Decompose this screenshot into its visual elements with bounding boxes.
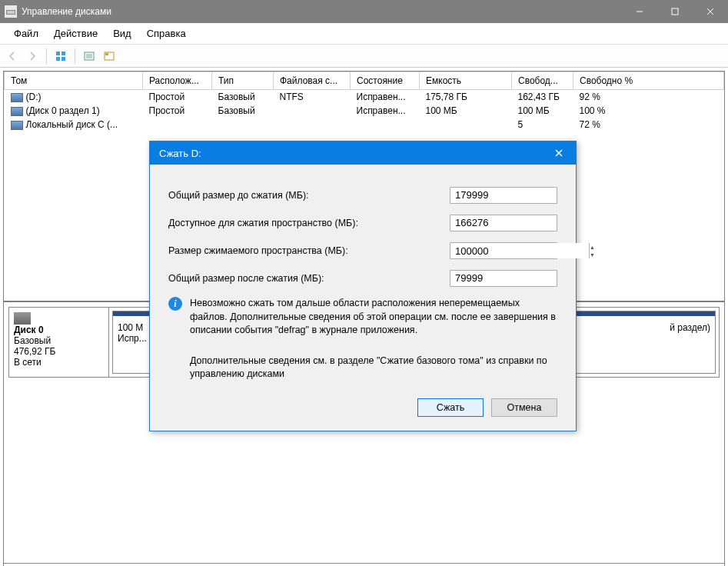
- menu-view[interactable]: Вид: [105, 25, 139, 42]
- col-freepct[interactable]: Свободно %: [573, 72, 724, 90]
- window-title: Управление дисками: [22, 6, 111, 17]
- info-text-1: Невозможно сжать том дальше области расп…: [190, 297, 557, 338]
- total-before-label: Общий размер до сжатия (МБ):: [168, 190, 450, 201]
- total-after-value: 79999: [450, 270, 557, 287]
- col-status[interactable]: Состояние: [351, 72, 420, 90]
- col-fs[interactable]: Файловая с...: [274, 72, 351, 90]
- legend: Не распределена Основной раздел: [4, 563, 724, 566]
- window-titlebar: Управление дисками: [0, 0, 728, 23]
- svg-rect-9: [61, 57, 65, 61]
- toolbar-back[interactable]: [3, 47, 22, 65]
- volume-icon: [11, 93, 23, 102]
- col-free[interactable]: Свобод...: [512, 72, 573, 90]
- disk-icon: [14, 312, 31, 325]
- dialog-title: Сжать D:: [159, 148, 201, 159]
- maximize-button[interactable]: [657, 0, 693, 23]
- menu-action[interactable]: Действие: [46, 25, 105, 42]
- menu-bar: Файл Действие Вид Справка: [0, 23, 728, 45]
- menu-file[interactable]: Файл: [6, 25, 46, 42]
- table-row[interactable]: (D:) Простой Базовый NTFS Исправен... 17…: [5, 90, 724, 105]
- toolbar-forward[interactable]: [23, 47, 42, 65]
- svg-rect-6: [56, 52, 60, 55]
- app-icon: [5, 5, 17, 18]
- menu-help[interactable]: Справка: [139, 25, 194, 42]
- dialog-titlebar: Сжать D:: [150, 142, 576, 165]
- shrink-button[interactable]: Сжать: [417, 398, 484, 417]
- spinner-down[interactable]: ▼: [590, 251, 595, 258]
- table-row[interactable]: (Диск 0 раздел 1) Простой Базовый Исправ…: [5, 104, 724, 118]
- volume-table: Том Располож... Тип Файловая с... Состоя…: [4, 72, 724, 132]
- toolbar: [0, 45, 728, 68]
- partition[interactable]: 100 М Испр...: [112, 311, 154, 374]
- available-value: 166276: [450, 215, 557, 231]
- total-after-label: Общий размер после сжатия (МБ):: [168, 273, 450, 284]
- volume-icon: [11, 107, 23, 116]
- disk-header[interactable]: Диск 0 Базовый 476,92 ГБ В сети: [9, 308, 109, 377]
- toolbar-help[interactable]: [100, 47, 118, 65]
- toolbar-properties[interactable]: [80, 47, 98, 65]
- col-volume[interactable]: Том: [5, 72, 143, 90]
- svg-rect-1: [7, 11, 15, 14]
- table-row[interactable]: Локальный диск C (... 5 72 %: [5, 118, 724, 132]
- svg-rect-7: [61, 52, 65, 55]
- col-layout[interactable]: Располож...: [143, 72, 212, 90]
- svg-rect-15: [105, 53, 108, 55]
- toolbar-refresh[interactable]: [52, 47, 70, 65]
- shrink-amount-input-wrapper: ▲ ▼: [450, 242, 557, 259]
- shrink-amount-input[interactable]: [450, 243, 589, 258]
- shrink-dialog: Сжать D: Общий размер до сжатия (МБ): 17…: [149, 141, 577, 431]
- volume-icon: [11, 121, 23, 130]
- info-text-2: Дополнительные сведения см. в разделе "С…: [190, 355, 557, 381]
- cancel-button[interactable]: Отмена: [491, 398, 557, 417]
- minimize-button[interactable]: [622, 0, 657, 23]
- available-label: Доступное для сжатия пространство (МБ):: [168, 218, 450, 228]
- shrink-amount-label: Размер сжимаемого пространства (МБ):: [168, 245, 450, 256]
- col-capacity[interactable]: Емкость: [420, 72, 512, 90]
- svg-rect-3: [672, 8, 678, 15]
- total-before-value: 179999: [450, 187, 557, 204]
- svg-rect-8: [56, 57, 60, 61]
- dialog-close-button[interactable]: [542, 142, 576, 165]
- close-button[interactable]: [693, 0, 728, 23]
- spinner-up[interactable]: ▲: [590, 243, 595, 251]
- col-type[interactable]: Тип: [212, 72, 274, 90]
- info-icon: i: [168, 297, 182, 311]
